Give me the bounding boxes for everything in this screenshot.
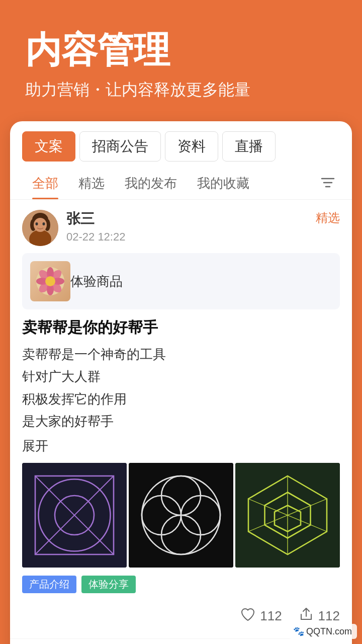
- header-section: 内容管理 助力营销・让内容释放更多能量: [0, 0, 362, 121]
- tag-product-intro[interactable]: 产品介绍: [22, 576, 76, 593]
- page-subtitle: 助力营销・让内容释放更多能量: [25, 79, 337, 101]
- tab-bar: 文案 招商公告 资料 直播: [10, 121, 352, 162]
- share-icon: [298, 606, 314, 626]
- grid-image-2[interactable]: [129, 463, 233, 568]
- main-card: 文案 招商公告 资料 直播 全部 精选 我的发布 我的收藏: [10, 121, 352, 644]
- post-item-2: 里斯 02-22 12:22 精选 欢迎使用: [10, 639, 352, 644]
- post-time-1: 02-22 12:22: [66, 230, 316, 244]
- heart-icon: [240, 606, 256, 626]
- svg-point-10: [36, 222, 38, 225]
- subtab-my-favorites[interactable]: 我的收藏: [187, 170, 259, 199]
- tab-ziliao[interactable]: 资料: [165, 131, 218, 162]
- sub-tab-bar: 全部 精选 我的发布 我的收藏: [10, 162, 352, 200]
- subtab-all[interactable]: 全部: [22, 170, 68, 199]
- post-title-1: 卖帮帮是你的好帮手: [22, 317, 340, 338]
- image-grid-1: [22, 463, 340, 568]
- svg-point-11: [43, 222, 45, 225]
- post-item-1: 张三 02-22 12:22 精选: [10, 200, 352, 639]
- post-meta-1: 张三 02-22 12:22: [66, 210, 316, 243]
- tag-experience-share[interactable]: 体验分享: [81, 576, 136, 593]
- product-card-1[interactable]: 体验商品: [22, 253, 340, 309]
- svg-point-21: [45, 276, 55, 286]
- watermark-icon: 🐾: [293, 626, 304, 637]
- grid-image-3[interactable]: [235, 463, 340, 568]
- tag-row-1: 产品介绍 体验分享: [22, 576, 340, 593]
- post-header-1: 张三 02-22 12:22 精选: [22, 210, 340, 246]
- tab-wanan[interactable]: 文案: [22, 131, 75, 162]
- like-count-1: 112: [260, 608, 282, 624]
- page-title: 内容管理: [25, 30, 337, 70]
- post-username-1: 张三: [66, 210, 316, 228]
- avatar-1: [22, 210, 58, 246]
- like-button-1[interactable]: 112: [240, 606, 282, 626]
- post-expand-1[interactable]: 展开: [22, 437, 340, 455]
- product-name-1: 体验商品: [70, 273, 123, 290]
- subtab-selected[interactable]: 精选: [68, 170, 115, 199]
- product-thumb-1: [30, 261, 70, 301]
- tab-zhibo[interactable]: 直播: [222, 131, 276, 162]
- post-badge-1: 精选: [316, 210, 340, 226]
- grid-image-1[interactable]: [22, 463, 127, 568]
- share-count-1: 112: [318, 608, 340, 624]
- share-button-1[interactable]: 112: [298, 606, 340, 626]
- filter-icon[interactable]: [316, 171, 340, 198]
- subtab-my-posts[interactable]: 我的发布: [115, 170, 187, 199]
- tab-zhaoshang[interactable]: 招商公告: [79, 131, 161, 162]
- post-content-1: 卖帮帮是一个神奇的工具 针对广大人群 积极发挥它的作用 是大家的好帮手: [22, 343, 340, 432]
- svg-point-9: [34, 218, 47, 232]
- watermark-text: QQTN.com: [306, 626, 352, 637]
- watermark: 🐾 QQTN.com: [288, 624, 357, 639]
